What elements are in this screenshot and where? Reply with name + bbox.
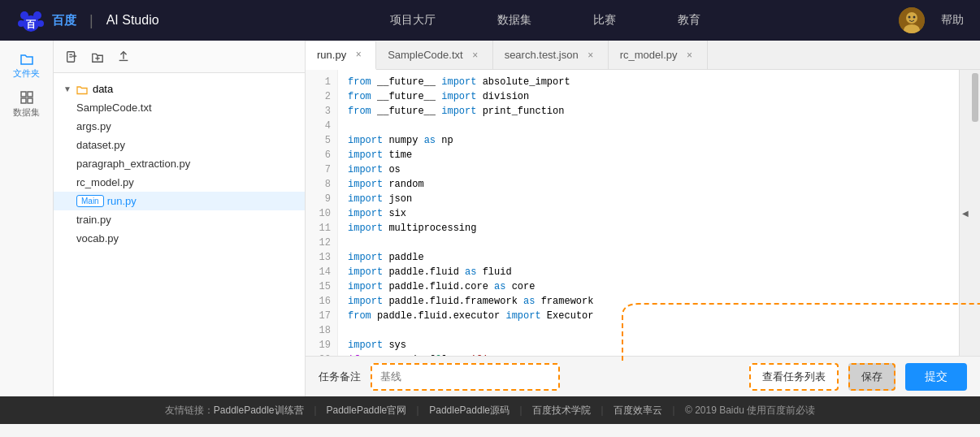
file-item-dataset[interactable]: dataset.py — [54, 136, 305, 154]
code-content[interactable]: from __future__ import absolute_import f… — [338, 70, 959, 356]
grid-icon — [20, 90, 34, 105]
tab-samplecode-close[interactable]: × — [470, 50, 481, 61]
help-button[interactable]: 帮助 — [941, 13, 964, 28]
header-nav: 项目大厅 数据集 比赛 教育 — [192, 10, 899, 31]
footer-link-4[interactable]: 百度效率云 — [614, 404, 662, 418]
svg-rect-13 — [21, 98, 26, 103]
main-badge: Main — [76, 195, 104, 207]
svg-rect-11 — [21, 92, 26, 97]
file-panel: ▼ data SampleCode.txt args.py dataset.py… — [54, 41, 306, 396]
footer-link-0[interactable]: PaddlePaddle训练营 — [214, 404, 304, 418]
file-panel-toolbar — [54, 41, 305, 73]
footer-sep-1: ｜ — [413, 404, 423, 418]
main-layout: 文件夹 数据集 — [0, 41, 980, 396]
footer-copyright: © 2019 Baidu 使用百度前必读 — [685, 404, 815, 418]
root-folder-name: data — [93, 83, 113, 95]
file-item-run[interactable]: Main run.py — [54, 192, 305, 210]
footer: 友情链接： PaddlePaddle训练营 ｜ PaddlePaddle官网 ｜… — [0, 396, 980, 424]
file-name-paragraph: paragraph_extraction.py — [76, 158, 190, 170]
brand-name: 百度 — [52, 13, 76, 28]
sidebar-label-folder: 文件夹 — [13, 67, 40, 80]
tab-rcmodel-label: rc_model.py — [620, 49, 678, 61]
file-item-train[interactable]: train.py — [54, 210, 305, 229]
submit-button[interactable]: 提交 — [905, 363, 967, 391]
svg-rect-12 — [28, 92, 33, 97]
header-logo: 百 百度 | AI Studio — [16, 6, 159, 35]
baidu-logo-icon: 百 — [16, 6, 46, 35]
new-folder-icon[interactable] — [89, 49, 106, 65]
line-numbers: 1 2 3 4 5 6 7 8 9 10 11 12 13 14 15 16 1… — [306, 70, 338, 356]
view-tasks-button[interactable]: 查看任务列表 — [749, 363, 839, 391]
scrollbar-thumb — [972, 73, 978, 122]
folder-root[interactable]: ▼ data — [54, 80, 305, 98]
svg-point-4 — [37, 20, 44, 27]
file-name-vocab: vocab.py — [76, 232, 119, 244]
svg-text:百: 百 — [26, 19, 37, 30]
upload-icon[interactable] — [115, 49, 132, 65]
code-container: 1 2 3 4 5 6 7 8 9 10 11 12 13 14 15 16 1… — [306, 70, 980, 356]
tab-run-close[interactable]: × — [353, 49, 364, 60]
header: 百 百度 | AI Studio 项目大厅 数据集 比赛 教育 帮助 — [0, 0, 980, 41]
nav-item-competition[interactable]: 比赛 — [587, 10, 622, 31]
tab-bar: run.py × SampleCode.txt × search.test.js… — [306, 41, 980, 70]
editor-collapse-arrow[interactable]: ◀ — [959, 70, 970, 356]
bottom-bar: 任务备注 查看任务列表 保存 提交 — [306, 356, 980, 396]
folder-icon — [20, 51, 34, 66]
footer-prefix: 友情链接： — [165, 404, 214, 418]
footer-sep-0: ｜ — [310, 404, 320, 418]
task-label: 任务备注 — [319, 370, 361, 384]
file-name-rcmodel: rc_model.py — [76, 176, 134, 188]
tab-searchtest-close[interactable]: × — [585, 50, 596, 61]
tab-run-label: run.py — [317, 49, 346, 61]
footer-link-2[interactable]: PaddlePaddle源码 — [429, 404, 510, 418]
logo-divider: | — [89, 12, 93, 29]
file-name-dataset: dataset.py — [76, 139, 125, 151]
file-name-samplecode: SampleCode.txt — [76, 102, 152, 114]
nav-item-datasets[interactable]: 数据集 — [491, 10, 538, 31]
svg-rect-14 — [28, 98, 33, 103]
product-name: AI Studio — [106, 13, 159, 28]
sidebar-item-datasets[interactable]: 数据集 — [11, 88, 43, 120]
tab-samplecode[interactable]: SampleCode.txt × — [376, 41, 493, 69]
avatar[interactable] — [899, 7, 925, 33]
footer-sep-4: ｜ — [669, 404, 679, 418]
nav-item-education[interactable]: 教育 — [671, 10, 707, 31]
tab-searchtest-label: search.test.json — [505, 49, 579, 61]
svg-point-10 — [913, 16, 916, 19]
footer-link-3[interactable]: 百度技术学院 — [532, 404, 591, 418]
svg-point-9 — [908, 16, 911, 19]
tab-rcmodel-close[interactable]: × — [684, 50, 696, 61]
scrollbar-vertical[interactable] — [970, 70, 980, 356]
header-right: 帮助 — [899, 7, 964, 33]
tab-run[interactable]: run.py × — [306, 41, 376, 70]
chevron-down-icon: ▼ — [63, 84, 72, 93]
sidebar: 文件夹 数据集 — [0, 41, 54, 396]
footer-sep-2: ｜ — [516, 404, 526, 418]
sidebar-label-datasets: 数据集 — [13, 106, 40, 119]
svg-point-3 — [18, 20, 24, 27]
file-item-samplecode[interactable]: SampleCode.txt — [54, 98, 305, 117]
tab-samplecode-label: SampleCode.txt — [388, 49, 463, 61]
new-file-icon[interactable] — [63, 49, 80, 65]
footer-sep-3: ｜ — [597, 404, 607, 418]
tab-searchtest[interactable]: search.test.json × — [493, 41, 609, 69]
file-item-rcmodel[interactable]: rc_model.py — [54, 173, 305, 192]
file-name-train: train.py — [76, 214, 111, 226]
folder-open-icon — [76, 84, 88, 95]
file-name-run: run.py — [107, 195, 137, 207]
editor-area: run.py × SampleCode.txt × search.test.js… — [306, 41, 980, 396]
file-item-paragraph[interactable]: paragraph_extraction.py — [54, 154, 305, 173]
tab-rcmodel[interactable]: rc_model.py × — [609, 41, 708, 69]
baseline-input[interactable] — [371, 363, 560, 391]
file-item-vocab[interactable]: vocab.py — [54, 229, 305, 248]
file-name-args: args.py — [76, 120, 111, 132]
file-tree: ▼ data SampleCode.txt args.py dataset.py… — [54, 73, 305, 396]
footer-link-1[interactable]: PaddlePaddle官网 — [327, 404, 407, 418]
file-item-args[interactable]: args.py — [54, 117, 305, 136]
save-button[interactable]: 保存 — [848, 363, 895, 391]
nav-item-projects[interactable]: 项目大厅 — [384, 10, 442, 31]
sidebar-item-folder[interactable]: 文件夹 — [11, 49, 43, 81]
